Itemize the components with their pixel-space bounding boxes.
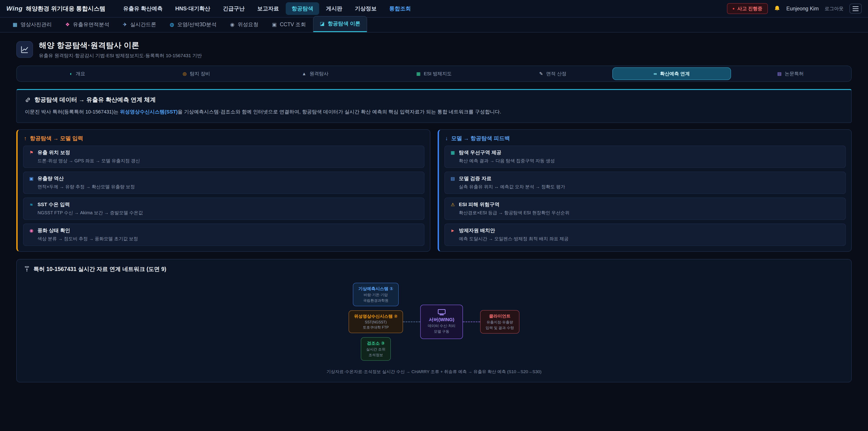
tab-area-calculation[interactable]: ✎ 면적 산정 [493, 67, 612, 80]
item-description: 실측 유출유 위치 ↔ 예측값 오차 분석 → 정확도 평가 [450, 184, 840, 190]
linkage-title-row: 항공탐색 데이터 → 유출유 확산예측 연계 체계 [25, 96, 843, 104]
subtab-satellite-request[interactable]: ◉ 위성요청 [224, 18, 265, 32]
tab-papers-patents[interactable]: ▤ 논문특허 [731, 67, 850, 80]
tab-label: 탐지 장비 [190, 70, 210, 77]
radar-icon: ◎ [183, 71, 186, 76]
item-description: 확산 예측 결과 → 다음 탐색 집중구역 자동 생성 [450, 158, 840, 164]
nav-item-board[interactable]: 게시판 [320, 2, 348, 15]
notification-bell-icon[interactable] [774, 5, 780, 12]
node-line: 모델 구동 [428, 329, 456, 334]
node-line: 토호쿠대학 FTP [354, 325, 397, 330]
subtab-cctv-view[interactable]: ▣ CCTV 조회 [266, 18, 312, 32]
app-title: 해양환경 위기대응 통합시스템 [26, 5, 105, 13]
camera-icon: ▦ [13, 22, 18, 28]
tab-remote-sensing[interactable]: ▲ 원격탐사 [256, 67, 375, 80]
node-client[interactable]: 클라이언트 유출지점·유출량 입력 및 결과 수령 [480, 310, 519, 334]
connector-sources-to-server [403, 321, 420, 322]
data-sources-column: 기상예측시스템 ① 바람·기온·기압 국립환경과학원 위성영상수신시스템 ② S… [348, 283, 403, 361]
node-title: 서버(WING) [428, 316, 456, 323]
item-description: 색상 분류 → 점도비 추정 → 풍화모델 초기값 보정 [29, 236, 419, 242]
feedback-panel-title-row: ↓ 모델 → 항공탐색 피드백 [444, 135, 846, 142]
network-title: 특허 10-1567431 실시간 자료 연계 네트워크 (도면 9) [33, 265, 166, 273]
incident-dot-icon: ● [733, 6, 735, 11]
incident-status-badge[interactable]: ● 사고 진행중 [727, 3, 768, 14]
app-logo[interactable]: Wing 해양환경 위기대응 통합시스템 [6, 5, 105, 13]
patent-network-section: 특허 10-1567431 실시간 자료 연계 네트워크 (도면 9) 기상예측… [16, 259, 852, 382]
thermometer-icon: ≈ [29, 202, 34, 207]
warning-icon: ⚠ [450, 202, 456, 207]
subtab-realtime-drone[interactable]: ✈ 실시간드론 [117, 18, 162, 32]
main-content: 해양 항공탐색·원격탐사 이론 유출유 원격탐지·항공감시 기법·ESI 방제정… [0, 33, 868, 382]
download-icon: ↓ [445, 135, 448, 142]
nav-item-weather-info[interactable]: 기상정보 [349, 2, 382, 15]
logout-button[interactable]: 로그아웃 [825, 5, 844, 12]
chart-icon: ◪ [320, 21, 324, 27]
aerial-to-model-panel: ↑ 항공탐색 → 모델 입력 ⚑유출 위치 보정 드론·위성 영상 → GPS … [16, 129, 430, 252]
item-title: SST 수온 입력 [37, 201, 70, 208]
books-icon: ▤ [777, 71, 782, 76]
upload-icon: ↑ [24, 135, 27, 142]
tab-detection-equipment[interactable]: ◎ 탐지 장비 [137, 67, 256, 80]
node-weather-system[interactable]: 기상예측시스템 ① 바람·기온·기압 국립환경과학원 [353, 283, 399, 306]
linkage-title: 항공탐색 데이터 → 유출유 확산예측 연계 체계 [34, 96, 156, 104]
list-item: ◉풍화 상태 확인 색상 분류 → 점도비 추정 → 풍화모델 초기값 보정 [23, 223, 425, 246]
tab-diffusion-linkage[interactable]: ∞ 확산예측 연계 [612, 67, 731, 80]
tab-label: 논문특허 [785, 70, 804, 77]
tab-esi-response-map[interactable]: ▦ ESI 방제지도 [375, 67, 493, 80]
item-description: 드론·위성 영상 → GPS 좌표 → 모델 유출지점 갱신 [29, 158, 419, 164]
item-description: 예측 도달시간 → 오일펜스·방제정 최적 배치 좌표 제공 [450, 236, 840, 242]
node-line: 입력 및 결과 수령 [486, 326, 514, 331]
input-panel-title-row: ↑ 항공탐색 → 모델 입력 [23, 135, 425, 142]
list-item: ▣유출량 역산 면적×두께 → 유량 추정 → 확산모델 유출량 보정 [23, 172, 425, 194]
node-line: 유출지점·유출량 [486, 320, 514, 325]
node-line: SST(NGSST) [354, 320, 397, 324]
droplet-icon: ◍ [170, 22, 174, 28]
subtab-aerial-search-theory[interactable]: ◪ 항공탐색 이론 [313, 16, 367, 32]
sst-system-link[interactable]: 위성영상수신시스템(SST) [120, 109, 178, 115]
node-line: 데이터 수신·처리 [428, 324, 456, 329]
satellite-icon: ◉ [230, 22, 235, 28]
map-zone-icon: ▦ [450, 150, 456, 155]
tab-label: 확산예측 연계 [660, 70, 690, 77]
nav-item-oil-spill-forecast[interactable]: 유출유 확산예측 [117, 2, 168, 15]
bar-chart-icon: ▤ [450, 176, 456, 181]
nav-item-emergency-rescue[interactable]: 긴급구난 [217, 2, 250, 15]
node-line: 국립환경과학원 [358, 298, 393, 303]
nav-right-cluster: ● 사고 진행중 Eunjeong Kim 로그아웃 [727, 3, 862, 14]
tab-overview[interactable]: ◐ 개요 [18, 67, 137, 80]
input-panel-title: 항공탐색 → 모델 입력 [30, 135, 83, 142]
globe-icon: ◐ [70, 71, 72, 76]
hamburger-menu-icon[interactable] [849, 4, 862, 13]
item-description: 면적×두께 → 유량 추정 → 확산모델 유출량 보정 [29, 184, 419, 190]
list-item: ⚑유출 위치 보정 드론·위성 영상 → GPS 좌표 → 모델 유출지점 갱신 [23, 146, 425, 168]
subtab-pollution-ship-3d[interactable]: ◍ 오염/선박3D분석 [163, 18, 223, 32]
node-line: 실시간 조위 [366, 347, 385, 352]
subtab-image-management[interactable]: ▦ 영상사진관리 [6, 18, 58, 32]
node-satellite-receiver[interactable]: 위성영상수신시스템 ② SST(NGSST) 토호쿠대학 FTP [348, 310, 403, 333]
linkage-desc-post: 을 기상예측시스템·검조소와 함께 인터넷으로 연결하여, 항공탐색 데이터가 … [178, 109, 501, 115]
ship-icon: ► [450, 228, 456, 233]
tab-label: ESI 방제지도 [424, 70, 452, 77]
nav-item-integrated-search[interactable]: 통합조회 [383, 2, 417, 15]
network-diagram: 기상예측시스템 ① 바람·기온·기압 국립환경과학원 위성영상수신시스템 ② S… [24, 283, 844, 361]
linkage-desc-pre: 이문진 박사 특허(등록특허 10-1567431)는 [25, 109, 120, 115]
tab-label: 원격탐사 [309, 70, 329, 77]
list-item: ►방제자원 배치안 예측 도달시간 → 오일펜스·방제정 최적 배치 좌표 제공 [444, 223, 846, 246]
list-item: ≈SST 수온 입력 NGSST FTP 수신 → Akima 보간 → 증발모… [23, 197, 425, 220]
exchange-panels: ↑ 항공탐색 → 모델 입력 ⚑유출 위치 보정 드론·위성 영상 → GPS … [16, 129, 852, 252]
package-icon: ▣ [29, 176, 34, 181]
cctv-icon: ▣ [272, 22, 277, 28]
nav-item-reports[interactable]: 보고자료 [251, 2, 285, 15]
node-title: 기상예측시스템 ① [358, 286, 393, 292]
nav-item-hns-atmospheric[interactable]: HNS·대기확산 [169, 2, 216, 15]
tab-label: 면적 산정 [546, 70, 566, 77]
drone-icon: ✈ [123, 22, 127, 28]
item-title: 유출량 역산 [37, 175, 64, 182]
subtab-oil-area-analysis[interactable]: ❖ 유출유면적분석 [59, 18, 116, 32]
node-server-wing[interactable]: 서버(WING) 데이터 수신·처리 모델 구동 [420, 305, 463, 339]
page-header: 해양 항공탐색·원격탐사 이론 유출유 원격탐지·항공감시 기법·ESI 방제정… [16, 40, 852, 59]
nav-item-aerial-search[interactable]: 항공탐색 [286, 2, 319, 15]
flower-icon: ❖ [65, 22, 70, 28]
subtab-label: 오염/선박3D분석 [177, 21, 217, 28]
node-tide-station[interactable]: 검조소 ③ 실시간 조위 조석정보 [361, 337, 391, 361]
